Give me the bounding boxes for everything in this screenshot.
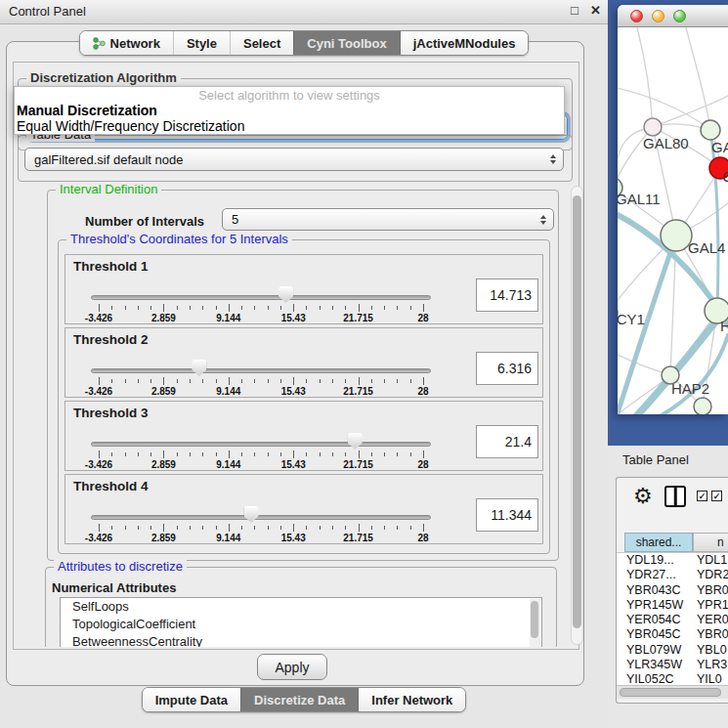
checkbox-icon[interactable]: ✓ (697, 491, 707, 501)
network-edge[interactable] (637, 27, 653, 127)
numerical-attributes-list[interactable]: SelfLoopsTopologicalCoefficientBetweenne… (60, 597, 542, 647)
network-node[interactable] (701, 120, 720, 140)
close-window-icon[interactable]: ✕ (590, 3, 601, 18)
scrollbar-thumb[interactable] (531, 601, 538, 638)
num-intervals-combobox[interactable]: 5 (222, 208, 554, 231)
table-row[interactable]: YBR045CYBR0 (617, 627, 728, 642)
tick-mark (397, 306, 398, 310)
interval-definition-title: Interval Definition (56, 184, 161, 196)
network-node[interactable] (694, 398, 711, 414)
table-row[interactable]: YBL079WYBL0 (617, 643, 728, 658)
attributes-list-scrollbar[interactable] (530, 599, 540, 647)
tick-mark (320, 306, 321, 310)
slider-tick-labels: -3.4262.8599.14415.4321.71528 (99, 313, 423, 324)
tab-jactivemnodules[interactable]: jActiveMNodules (400, 31, 529, 55)
tab-network[interactable]: Network (80, 31, 173, 55)
network-edge[interactable] (618, 86, 710, 130)
zoom-button[interactable] (673, 10, 686, 22)
table-row[interactable]: YBR043CYBR0 (617, 583, 728, 598)
cell-shared-name: YPR145W (626, 598, 693, 612)
slider-track[interactable] (91, 515, 431, 520)
tick-mark (99, 304, 100, 312)
algorithm-option[interactable]: Manual Discretization (15, 103, 564, 118)
table-horizontal-scrollbar[interactable] (617, 685, 728, 699)
threshold-row: Threshold 4-3.4262.8599.14415.4321.71528… (64, 474, 543, 544)
column-header-shared-name[interactable]: shared... (624, 533, 693, 552)
network-node-label: GAL11 (618, 191, 661, 207)
minimize-button[interactable] (652, 10, 664, 22)
tick-mark (280, 526, 281, 530)
scrollbar-thumb[interactable] (573, 195, 581, 628)
tab-style[interactable]: Style (173, 31, 230, 55)
tick-mark (306, 379, 307, 383)
tick-mark (125, 452, 126, 456)
cell-name: YBL0 (697, 643, 727, 657)
tick-mark (202, 306, 203, 310)
tick-mark (320, 526, 321, 530)
threshold-label: Threshold 4 (73, 479, 149, 493)
network-node-label: HAP2 (671, 380, 709, 397)
column-header-name[interactable]: n (693, 533, 728, 552)
settings-vertical-scrollbar[interactable] (571, 186, 583, 645)
tab-cyni-toolbox[interactable]: Cyni Toolbox (293, 31, 399, 55)
threshold-value-field[interactable]: 14.713 (476, 278, 538, 312)
slider-track[interactable] (91, 295, 431, 300)
tick-label: 9.144 (204, 533, 253, 543)
tick-label: 9.144 (204, 459, 253, 470)
slider-tick-labels: -3.4262.8599.14415.4321.71528 (99, 386, 423, 398)
slider-thumb[interactable] (278, 286, 293, 303)
tab-label: Impute Data (155, 693, 228, 707)
table-row[interactable]: YDR27...YDR2 (617, 568, 728, 582)
tick-mark (138, 452, 139, 456)
combo-arrows-icon (550, 154, 556, 164)
tick-mark (125, 306, 126, 310)
tick-label: 21.715 (334, 533, 383, 543)
tick-mark (332, 452, 333, 456)
float-window-icon[interactable]: □ (571, 3, 578, 18)
slider-track[interactable] (91, 368, 431, 373)
threshold-value-field[interactable]: 6.316 (476, 352, 538, 385)
checkbox-icon[interactable]: ✓ (711, 491, 722, 501)
tab-infer-network[interactable]: Infer Network (358, 688, 465, 711)
tick-mark (216, 526, 217, 530)
threshold-value-field[interactable]: 21.4 (476, 425, 538, 458)
gear-icon[interactable]: ⚙ (633, 482, 653, 511)
table-row[interactable]: YPR145WYPR1 (617, 598, 728, 613)
interval-definition-group: Interval Definition Number of Intervals … (47, 190, 559, 561)
slider-track[interactable] (91, 442, 431, 447)
tab-discretize-data[interactable]: Discretize Data (240, 688, 358, 711)
slider-thumb[interactable] (244, 506, 259, 523)
table-row[interactable]: YLR345WYLR3 (617, 658, 728, 672)
close-button[interactable] (630, 10, 643, 22)
table-row[interactable]: YDL19...YDL1 (617, 553, 728, 568)
tick-mark (397, 526, 398, 530)
table-row[interactable]: YIL052CYIL0 (617, 672, 728, 686)
slider-thumb[interactable] (348, 433, 363, 450)
network-edge[interactable] (686, 27, 710, 130)
tab-impute-data[interactable]: Impute Data (143, 688, 240, 711)
table-panel: Table Panel ⚙ ✓ ✓ shared... n YDL19...YD… (608, 446, 728, 728)
attribute-list-item[interactable]: BetweennessCentrality (61, 633, 541, 647)
scrollbar-thumb[interactable] (620, 688, 721, 697)
network-canvas[interactable]: GAL80GACGAL11GAL4GCY1HHAP2 (618, 27, 728, 414)
cell-name: YIL0 (697, 672, 722, 686)
tick-mark (177, 452, 178, 456)
tab-label: Network (110, 36, 160, 51)
attribute-list-item[interactable]: TopologicalCoefficient (61, 616, 541, 633)
network-node[interactable] (644, 118, 662, 136)
top-tab-group: NetworkStyleSelectCyni ToolboxjActiveMNo… (79, 30, 530, 56)
network-icon (93, 37, 106, 50)
threshold-value-field[interactable]: 11.344 (476, 498, 538, 532)
table-data-combobox[interactable]: galFiltered.sif default node (24, 148, 564, 171)
tab-select[interactable]: Select (230, 31, 293, 55)
slider-ticks (99, 377, 423, 386)
tick-mark (332, 526, 333, 530)
slider-thumb[interactable] (192, 360, 206, 376)
apply-button[interactable]: Apply (257, 654, 327, 680)
attributes-group-title: Attributes to discretize (54, 559, 187, 574)
tab-label: Select (243, 36, 280, 51)
table-row[interactable]: YER054CYER0 (617, 613, 728, 627)
attribute-list-item[interactable]: SelfLoops (61, 598, 541, 616)
split-pane-icon[interactable] (664, 486, 686, 507)
algorithm-option[interactable]: Equal Width/Frequency Discretization (15, 118, 564, 134)
